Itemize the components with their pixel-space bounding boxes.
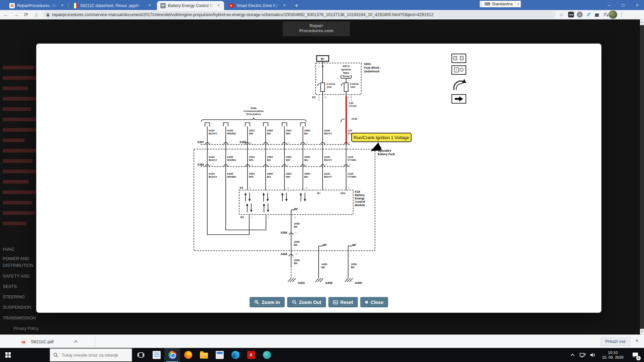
taskbar-clock[interactable]: 10:10 15. 09. 2020 <box>598 350 627 360</box>
teal-app-icon[interactable] <box>259 348 275 362</box>
tampermonkey-extension-icon[interactable] <box>568 12 574 17</box>
store-app-icon[interactable] <box>212 348 227 362</box>
minimize-button[interactable]: – <box>602 0 616 10</box>
back-icon[interactable]: ← <box>2 11 10 19</box>
keyboard-spinner[interactable]: ▴ ▾ <box>515 1 521 7</box>
new-tab-button[interactable]: + <box>292 2 301 10</box>
forward-icon[interactable]: → <box>12 11 20 19</box>
close-modal-button[interactable]: ✖ Close <box>360 297 388 307</box>
connector-view-icon-1[interactable] <box>451 54 466 63</box>
bookmark-star-icon[interactable]: ☆ <box>557 11 566 19</box>
download-separator <box>95 336 95 347</box>
tab-close-icon[interactable]: × <box>147 3 152 8</box>
taskbar-search[interactable] <box>50 348 132 362</box>
file-explorer-icon[interactable] <box>196 348 212 362</box>
reset-button[interactable]: Reset <box>328 297 358 307</box>
svg-text:12: 12 <box>287 141 290 144</box>
svg-text:RD/VT: RD/VT <box>324 159 332 162</box>
maximize-button[interactable]: □ <box>616 0 630 10</box>
download-item-chip[interactable]: PDF S8211C.pdf <box>21 335 78 348</box>
next-arrow-icon[interactable] <box>451 94 466 104</box>
tab-battery-energy-control-module[interactable]: RP Battery Energy Control Module P × <box>157 1 224 10</box>
home-icon[interactable]: ⌂ <box>32 11 40 19</box>
svg-text:Battery Pack: Battery Pack <box>378 153 395 156</box>
tab-repairprocedures[interactable]: M RepairProcedures - New Subscrip × <box>6 1 68 10</box>
zoom-out-button[interactable]: Zoom Out <box>287 297 326 307</box>
tray-chevron-up-icon[interactable] <box>568 348 577 362</box>
address-bar[interactable]: repairprocedures.com/service-manual/docu… <box>43 11 555 18</box>
svg-text:BU/GY: BU/GY <box>209 159 217 162</box>
taskbar-app-icons: Λ <box>133 348 275 362</box>
adobe-reader-icon[interactable]: Λ <box>243 348 259 362</box>
document-app-icon[interactable] <box>149 348 164 362</box>
svg-text:RD/VT: RD/VT <box>324 132 332 135</box>
playlist-extension-icon[interactable] <box>603 12 609 17</box>
circle-extension-icon[interactable] <box>577 12 583 17</box>
rotate-arrow-icon[interactable] <box>451 77 466 92</box>
svg-text:X3: X3 <box>239 186 243 189</box>
svg-text:Communication: Communication <box>244 110 264 113</box>
wiring-diagram[interactable]: B+ 1 KR73 Ignition Main Relay F12UA 10A … <box>36 44 601 313</box>
search-input[interactable] <box>61 352 125 358</box>
svg-text:2501: 2501 <box>249 156 255 159</box>
repairprocedures-favicon: RP <box>160 3 166 8</box>
profile-avatar[interactable] <box>609 10 617 19</box>
sidebar-item-transmission: TRANSMISSION <box>3 315 36 320</box>
volume-icon[interactable] <box>588 348 597 362</box>
svg-text:WH: WH <box>286 175 290 178</box>
svg-text:WH: WH <box>249 175 254 178</box>
svg-text:G302: G302 <box>298 281 305 285</box>
chevron-up-icon[interactable] <box>74 340 78 343</box>
tab-datasheet[interactable]: S8211C datasheet, Pinout ,applic × <box>69 1 155 10</box>
svg-text:Module: Module <box>355 203 365 207</box>
tab-youtube[interactable]: ▶ Smart Electric Drive E18-2evo Bat × <box>225 1 290 10</box>
privacy-policy-link: Privacy Policy <box>13 326 39 331</box>
svg-text:1139: 1139 <box>347 156 354 159</box>
tab-close-icon[interactable]: × <box>216 3 221 8</box>
connector-view-icon-2[interactable] <box>451 65 466 75</box>
keyboard-language-badge[interactable]: ⌨ Standardna ▴ ▾ <box>480 1 521 7</box>
puzzle-extension-icon[interactable] <box>594 12 600 17</box>
site-logo-line2: Procedures.com <box>283 28 350 33</box>
zoom-in-button[interactable]: Zoom In <box>250 297 284 307</box>
svg-text:X50A: X50A <box>364 62 371 66</box>
page-scrollbar[interactable]: ▲ ▼ <box>640 19 644 335</box>
svg-text:1640: 1640 <box>324 172 330 175</box>
chrome-taskbar-icon[interactable] <box>164 348 180 362</box>
scroll-down-arrow[interactable]: ▼ <box>640 329 644 335</box>
svg-text:14: 14 <box>286 187 289 189</box>
feather-extension-icon[interactable] <box>586 12 591 17</box>
svg-text:2501: 2501 <box>249 129 255 132</box>
action-center-button[interactable]: 4 <box>629 348 642 362</box>
svg-text:BU: BU <box>267 175 271 178</box>
svg-text:BK: BK <box>294 262 298 265</box>
svg-text:Fuse Block -: Fuse Block - <box>364 66 381 69</box>
download-shelf: PDF S8211C.pdf Prikaži vse × <box>0 335 644 348</box>
tab-close-icon[interactable]: × <box>60 3 65 8</box>
firefox-taskbar-icon[interactable] <box>180 348 196 362</box>
reload-icon[interactable]: ⟳ <box>22 11 30 19</box>
svg-text:X359: X359 <box>197 163 204 166</box>
svg-text:2501: 2501 <box>249 172 255 175</box>
close-icon: ✖ <box>365 300 368 305</box>
close-window-button[interactable]: × <box>630 0 644 10</box>
close-label: Close <box>371 300 383 305</box>
svg-text:14: 14 <box>250 164 253 166</box>
edge-taskbar-icon[interactable] <box>227 348 243 362</box>
tab-close-icon[interactable]: × <box>282 3 287 8</box>
svg-text:BK: BK <box>294 243 298 246</box>
spinner-down-icon[interactable]: ▾ <box>518 4 519 6</box>
start-button[interactable] <box>0 348 16 362</box>
close-download-shelf-icon[interactable]: × <box>633 338 641 344</box>
scroll-up-arrow[interactable]: ▲ <box>640 19 644 25</box>
svg-text:2500: 2500 <box>267 156 273 159</box>
task-view-button[interactable] <box>133 348 149 362</box>
svg-text:2501: 2501 <box>286 172 292 175</box>
zoom-in-label: Zoom In <box>262 300 280 305</box>
tab-title: RepairProcedures - New Subscrip <box>17 3 57 8</box>
show-all-downloads-button[interactable]: Prikaži vse <box>600 337 631 346</box>
network-icon[interactable] <box>578 348 587 362</box>
browser-menu-icon[interactable]: ⋮ <box>619 12 624 18</box>
svg-text:6: 6 <box>250 187 251 189</box>
svg-text:6434: 6434 <box>209 156 215 159</box>
